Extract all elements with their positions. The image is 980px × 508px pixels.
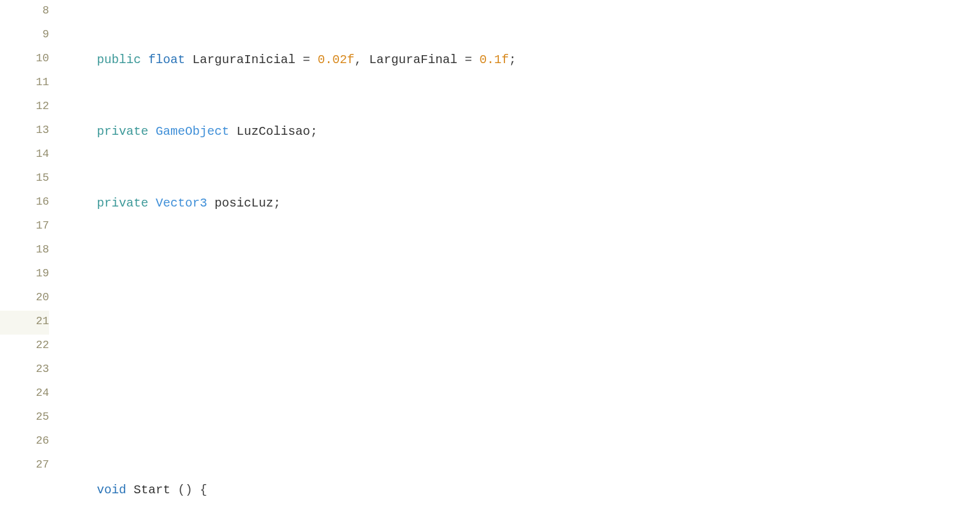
line-number: 21 — [0, 311, 49, 335]
code-line[interactable] — [67, 406, 980, 430]
line-number: 8 — [0, 0, 49, 24]
code-line[interactable]: void Start () { — [67, 478, 980, 502]
line-number: 18 — [0, 239, 49, 263]
line-number: 27 — [0, 454, 49, 478]
line-number: 19 — [0, 263, 49, 287]
line-number: 12 — [0, 96, 49, 119]
line-number: 9 — [0, 24, 49, 48]
line-number: 13 — [0, 119, 49, 143]
line-number: 10 — [0, 48, 49, 72]
code-area[interactable]: public float LarguraInicial = 0.02f, Lar… — [67, 0, 980, 508]
line-number: 23 — [0, 358, 49, 382]
code-line[interactable] — [67, 335, 980, 358]
line-number: 25 — [0, 406, 49, 430]
code-line[interactable] — [67, 263, 980, 287]
code-editor[interactable]: 8 9 10 11 12 13 14 15 16 17 18 19 20 21 … — [0, 0, 980, 508]
line-number: 15 — [0, 167, 49, 191]
line-number: 26 — [0, 430, 49, 454]
line-number: 14 — [0, 143, 49, 167]
code-line[interactable]: public float LarguraInicial = 0.02f, Lar… — [67, 48, 980, 72]
line-number: 22 — [0, 335, 49, 358]
line-number: 16 — [0, 191, 49, 215]
line-number: 24 — [0, 382, 49, 406]
line-number-gutter: 8 9 10 11 12 13 14 15 16 17 18 19 20 21 … — [0, 0, 67, 508]
line-number: 20 — [0, 287, 49, 311]
line-number: 17 — [0, 215, 49, 239]
code-line[interactable]: private Vector3 posicLuz; — [67, 191, 980, 215]
line-number: 11 — [0, 72, 49, 96]
code-line[interactable]: private GameObject LuzColisao; — [67, 119, 980, 143]
